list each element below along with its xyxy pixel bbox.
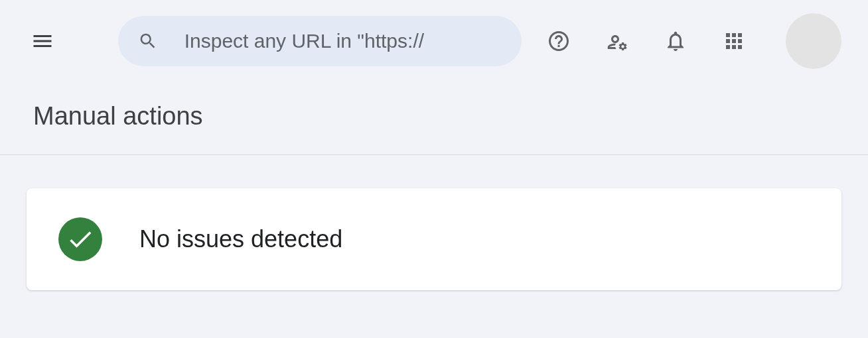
user-settings-button[interactable] bbox=[604, 28, 630, 54]
status-success-badge bbox=[58, 217, 102, 261]
user-settings-icon bbox=[605, 29, 629, 53]
bell-icon bbox=[664, 29, 687, 53]
notifications-button[interactable] bbox=[662, 28, 689, 54]
page-title: Manual actions bbox=[33, 102, 835, 131]
page-title-section: Manual actions bbox=[0, 82, 868, 155]
help-icon bbox=[547, 29, 571, 53]
status-card: No issues detected bbox=[27, 188, 841, 290]
checkmark-icon bbox=[66, 225, 95, 254]
header bbox=[0, 0, 868, 82]
status-message: No issues detected bbox=[139, 225, 342, 253]
avatar[interactable] bbox=[786, 13, 841, 69]
search-icon bbox=[138, 30, 158, 52]
menu-button[interactable] bbox=[27, 25, 58, 57]
help-button[interactable] bbox=[545, 28, 572, 54]
search-input[interactable] bbox=[184, 30, 502, 52]
apps-button[interactable] bbox=[721, 28, 747, 54]
apps-grid-icon bbox=[722, 29, 746, 53]
hamburger-icon bbox=[31, 29, 54, 53]
header-actions bbox=[545, 13, 841, 69]
content: No issues detected bbox=[0, 155, 868, 323]
search-bar[interactable] bbox=[118, 16, 522, 66]
